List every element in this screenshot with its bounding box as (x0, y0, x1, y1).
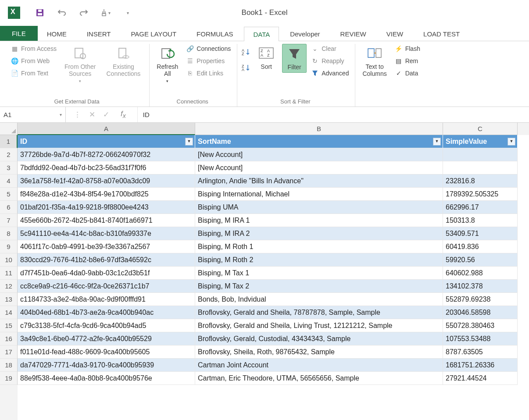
table-cell[interactable]: Broflovsky, Gerald and Sheila, 78787878,… (195, 306, 443, 319)
table-cell[interactable]: Arlington, Andie "Bills In Advance" (195, 174, 443, 188)
table-cell[interactable]: 3a49c8e1-6be0-4772-a2fe-9ca400b95529 (18, 332, 195, 345)
table-cell[interactable]: Broflovsky, Sheila, Roth, 98765432, Samp… (195, 345, 443, 359)
table-cell[interactable]: 01baf201-f35a-4a19-9218-9f8800ee4243 (18, 201, 195, 214)
from-text-button[interactable]: 📄From Text (10, 68, 57, 78)
flash-fill-button[interactable]: ⚡Flash (394, 44, 421, 53)
row-header[interactable]: 15 (0, 319, 18, 332)
tab-developer[interactable]: Developer (281, 26, 329, 41)
sort-desc-button[interactable]: ZA (241, 63, 250, 73)
from-other-sources-button[interactable]: From Other Sources▾ (61, 44, 100, 85)
table-cell[interactable]: 830ccd29-7676-41b2-b8e6-97df3a46592c (18, 253, 195, 267)
table-cell[interactable]: 8787.63505 (443, 345, 518, 359)
table-cell[interactable]: 59920.56 (443, 253, 518, 267)
table-cell[interactable]: Bonds, Bob, Indvidual (195, 293, 443, 306)
table-cell[interactable]: cc8ce9a9-c216-46cc-9f2a-0ce26371c1b7 (18, 280, 195, 293)
filter-dropdown-icon[interactable]: ▼ (433, 138, 441, 146)
row-header[interactable]: 4 (0, 174, 18, 188)
tab-home[interactable]: HOME (38, 26, 76, 41)
table-cell[interactable]: 4061f17c-0ab9-4991-be39-f3e3367a2567 (18, 240, 195, 253)
tab-insert[interactable]: INSERT (78, 26, 120, 41)
table-cell[interactable] (443, 161, 518, 174)
table-cell[interactable]: Bisping, M IRA 2 (195, 227, 443, 240)
tab-page-layout[interactable]: PAGE LAYOUT (122, 26, 186, 41)
column-header-C[interactable]: C (443, 123, 518, 135)
table-cell[interactable]: 640602.988 (443, 267, 518, 280)
row-header[interactable]: 14 (0, 306, 18, 319)
tab-data[interactable]: DATA (244, 27, 279, 41)
row-header[interactable]: 19 (0, 372, 18, 385)
row-header[interactable]: 11 (0, 267, 18, 280)
row-header[interactable]: 8 (0, 227, 18, 240)
table-cell[interactable]: Cartman, Eric Theodore, UTMA, 56565656, … (195, 372, 443, 385)
table-cell[interactable]: f848e28a-d1e2-43b4-8f54-9e1700bdf825 (18, 188, 195, 201)
connections-button[interactable]: 🔗Connections (185, 44, 232, 53)
table-cell[interactable]: 404b04ed-68b1-4b73-ae2a-9ca400b940ac (18, 306, 195, 319)
row-header[interactable]: 5 (0, 188, 18, 201)
remove-dup-button[interactable]: ▤Rem (394, 56, 421, 66)
table-cell[interactable]: 150313.8 (443, 214, 518, 227)
table-cell[interactable]: c79c3138-5fcf-4cfa-9cd6-9ca400b94ad5 (18, 319, 195, 332)
touch-mode-icon[interactable] (101, 8, 111, 18)
formula-input[interactable]: ID (138, 111, 529, 118)
table-cell[interactable]: 134102.378 (443, 280, 518, 293)
table-cell[interactable]: da747029-7771-4da3-9170-9ca400b95939 (18, 359, 195, 372)
table-cell[interactable]: 550728.380463 (443, 319, 518, 332)
advanced-button[interactable]: Advanced (310, 68, 350, 78)
table-cell[interactable]: 662996.17 (443, 201, 518, 214)
row-header[interactable]: 3 (0, 161, 18, 174)
row-header[interactable]: 2 (0, 148, 18, 161)
name-box[interactable]: A1 ▾ (0, 107, 66, 122)
table-cell[interactable]: 203046.58598 (443, 306, 518, 319)
row-header[interactable]: 7 (0, 214, 18, 227)
tab-file[interactable]: FILE (0, 26, 38, 41)
undo-icon[interactable] (57, 8, 67, 18)
table-cell[interactable]: Bisping, M IRA 1 (195, 214, 443, 227)
table-cell[interactable]: Bisping, M Tax 2 (195, 280, 443, 293)
sort-asc-button[interactable]: AZ (241, 47, 250, 57)
column-header-A[interactable]: A (18, 123, 195, 135)
table-cell[interactable]: 7bdfdd92-0ead-4b7d-bc23-56ad31f7f0f6 (18, 161, 195, 174)
table-cell[interactable]: Bisping UMA (195, 201, 443, 214)
row-header[interactable]: 10 (0, 253, 18, 267)
table-cell[interactable]: 60419.836 (443, 240, 518, 253)
from-access-button[interactable]: ▦From Access (10, 44, 57, 53)
table-cell[interactable]: 36e1a758-fe1f-42a0-8758-a07e00a3dc09 (18, 174, 195, 188)
table-cell[interactable]: 1681751.26336 (443, 359, 518, 372)
table-cell[interactable]: [New Account] (195, 148, 443, 161)
row-header[interactable]: 12 (0, 280, 18, 293)
table-cell[interactable]: 5c941110-ee4a-414c-b8ac-b310fa99337e (18, 227, 195, 240)
row-header[interactable]: 17 (0, 345, 18, 359)
edit-links-button[interactable]: ⎘Edit Links (185, 68, 232, 78)
table-header-cell[interactable]: SimpleValue▼ (443, 135, 518, 148)
table-cell[interactable]: Bisping International, Michael (195, 188, 443, 201)
table-cell[interactable]: Bisping, M Roth 2 (195, 253, 443, 267)
customize-qat-icon[interactable]: ▾ (123, 8, 132, 18)
row-header[interactable]: 9 (0, 240, 18, 253)
table-cell[interactable]: Broflovsky, Gerald and Sheila, Living Tr… (195, 319, 443, 332)
table-cell[interactable]: f011e01d-fead-488c-9609-9ca400b95605 (18, 345, 195, 359)
table-cell[interactable]: 107553.53488 (443, 332, 518, 345)
table-cell[interactable]: c1184733-a3e2-4b8a-90ac-9d9f00fffd91 (18, 293, 195, 306)
row-header[interactable]: 1 (0, 135, 18, 148)
table-header-cell[interactable]: SortName▼ (195, 135, 443, 148)
text-to-columns-button[interactable]: Text to Columns (359, 44, 390, 79)
table-cell[interactable]: Bisping, M Roth 1 (195, 240, 443, 253)
tab-view[interactable]: VIEW (377, 26, 412, 41)
table-cell[interactable]: 1789392.505325 (443, 188, 518, 201)
table-cell[interactable]: 37726bde-9a7d-4b7f-8272-066240970f32 (18, 148, 195, 161)
table-cell[interactable]: 232816.8 (443, 174, 518, 188)
refresh-all-button[interactable]: Refresh All▾ (153, 44, 182, 85)
table-cell[interactable]: Cartman Joint Account (195, 359, 443, 372)
save-icon[interactable] (35, 8, 45, 18)
table-header-cell[interactable]: ID▼ (18, 135, 195, 148)
fx-icon[interactable]: fx (117, 110, 129, 119)
fx-cancel-icon[interactable]: ✕ (89, 110, 95, 119)
filter-button[interactable]: Filter (282, 44, 307, 73)
table-cell[interactable]: 27921.44524 (443, 372, 518, 385)
properties-button[interactable]: ☰Properties (185, 56, 232, 66)
row-header[interactable]: 6 (0, 201, 18, 214)
table-cell[interactable]: 455e660b-2672-4b25-b841-8740f1a66971 (18, 214, 195, 227)
from-web-button[interactable]: 🌐From Web (10, 56, 57, 66)
column-header-B[interactable]: B (195, 123, 443, 135)
fx-confirm-icon[interactable]: ✓ (103, 110, 109, 119)
